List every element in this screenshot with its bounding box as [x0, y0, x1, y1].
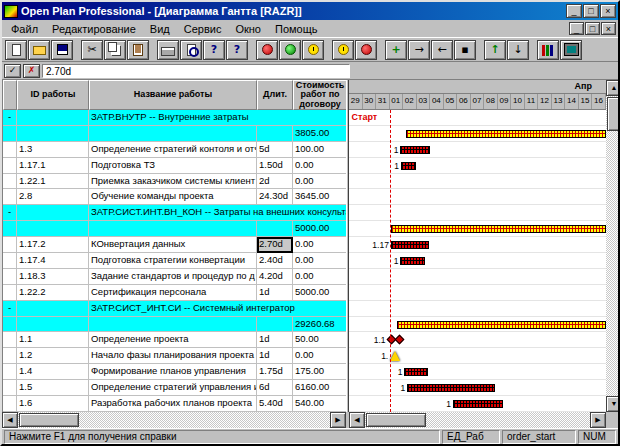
gantt-row[interactable]: [349, 110, 606, 126]
gantt-row[interactable]: [349, 205, 606, 221]
print-preview-button[interactable]: [180, 40, 202, 60]
mdi-close-button[interactable]: ×: [601, 22, 616, 35]
scroll-up-arrow[interactable]: ▲: [606, 80, 618, 96]
task-bar[interactable]: [400, 146, 430, 154]
task-bar[interactable]: [453, 400, 503, 408]
gantt-row[interactable]: 1.1: [349, 332, 606, 348]
move-down-button[interactable]: ↓: [507, 40, 529, 60]
task-row[interactable]: 1.6Разработка рабочих планов проекта5.40…: [3, 396, 346, 412]
gantt-row[interactable]: 1: [349, 142, 606, 158]
section-row[interactable]: -ЗАТР.СИСТ_ИНТ.СИ -- Системный интеграто…: [3, 301, 346, 317]
column-header-duration[interactable]: Длит.: [257, 80, 293, 110]
vertical-scroll-thumb[interactable]: [607, 97, 618, 131]
task-bar[interactable]: [391, 241, 429, 249]
gantt-row[interactable]: [349, 317, 606, 333]
menu-item-4[interactable]: Окно: [228, 22, 268, 36]
paste-button[interactable]: [127, 40, 149, 60]
task-row[interactable]: 1.17.2КОнвертация данных2.70d0.00: [3, 237, 346, 253]
schedule-button[interactable]: [332, 40, 354, 60]
task-bar[interactable]: [407, 384, 495, 392]
gantt-row[interactable]: [349, 221, 606, 237]
menu-item-3[interactable]: Сервис: [177, 22, 229, 36]
task-row[interactable]: 1.17.4Подготовка стратегии конвертации2.…: [3, 253, 346, 269]
table-scroll-track[interactable]: [80, 412, 330, 428]
gantt-row[interactable]: 1: [349, 253, 606, 269]
mdi-restore-button[interactable]: □: [585, 22, 600, 35]
gantt-row[interactable]: [349, 189, 606, 205]
column-header-name[interactable]: Название работы: [89, 80, 257, 110]
gantt-row[interactable]: 1: [349, 380, 606, 396]
gantt-horizontal-scrollbar[interactable]: ◀ ▶: [349, 412, 606, 428]
gantt-row[interactable]: 1.17: [349, 237, 606, 253]
maximize-button[interactable]: □: [583, 4, 599, 18]
gantt-row[interactable]: [349, 285, 606, 301]
menu-item-5[interactable]: Помощь: [268, 22, 325, 36]
expand-collapse-toggle[interactable]: -: [3, 110, 17, 126]
table-horizontal-scrollbar[interactable]: ◀ ▶: [2, 412, 346, 428]
expand-collapse-toggle[interactable]: -: [3, 301, 17, 317]
menu-item-2[interactable]: Вид: [143, 22, 177, 36]
new-button[interactable]: [5, 40, 27, 60]
cut-button[interactable]: ✂: [81, 40, 103, 60]
task-bar[interactable]: [401, 162, 416, 170]
unlink-activities-button[interactable]: ←: [431, 40, 453, 60]
total-row[interactable]: 29260.68: [3, 317, 346, 333]
section-row[interactable]: -ЗАТР.СИСТ.ИНТ.ВН_КОН -- Затраты на внеш…: [3, 205, 346, 221]
gantt-row[interactable]: [349, 269, 606, 285]
total-row[interactable]: 5000.00: [3, 221, 346, 237]
resource-analysis-button[interactable]: [279, 40, 301, 60]
table-scroll-right-arrow[interactable]: ▶: [330, 412, 346, 428]
histogram-view-button[interactable]: [560, 40, 582, 60]
column-header-expand[interactable]: [3, 80, 17, 110]
gantt-row[interactable]: 1.: [349, 348, 606, 364]
clock-button[interactable]: [302, 40, 324, 60]
table-scroll-left-arrow[interactable]: ◀: [2, 412, 18, 428]
gantt-body[interactable]: Старт 111.1711.11.111: [349, 110, 606, 412]
gantt-row[interactable]: [349, 126, 606, 142]
app-icon[interactable]: [4, 5, 18, 18]
outline-button[interactable]: ▪: [454, 40, 476, 60]
task-bar[interactable]: [404, 368, 428, 376]
menu-item-1[interactable]: Редактирование: [45, 22, 143, 36]
cost-button[interactable]: [355, 40, 377, 60]
gantt-row[interactable]: [349, 301, 606, 317]
gantt-scroll-thumb[interactable]: [366, 413, 426, 427]
gantt-row[interactable]: 1: [349, 396, 606, 412]
task-row[interactable]: 1.18.3Задание стандартов и процедур по д…: [3, 269, 346, 285]
gantt-scroll-left-arrow[interactable]: ◀: [349, 412, 365, 428]
about-button[interactable]: ?: [203, 40, 225, 60]
section-row[interactable]: -ЗАТР.ВНУТР -- Внутренние затраты: [3, 110, 346, 126]
task-row[interactable]: 1.4Формирование планов управления1.75d17…: [3, 364, 346, 380]
time-analysis-button[interactable]: [256, 40, 278, 60]
gantt-row[interactable]: 1: [349, 158, 606, 174]
expand-collapse-toggle[interactable]: -: [3, 205, 17, 221]
print-button[interactable]: [157, 40, 179, 60]
total-row[interactable]: 3805.00: [3, 126, 346, 142]
summary-bar[interactable]: [391, 225, 606, 233]
milestone-flag-icon[interactable]: [390, 351, 400, 361]
task-row[interactable]: 1.17.1Подготовка ТЗ1.50d0.00: [3, 158, 346, 174]
task-row[interactable]: 2.8Обучение команды проекта24.30d3645.00: [3, 189, 346, 205]
link-activities-button[interactable]: →: [408, 40, 430, 60]
gantt-view-button[interactable]: [537, 40, 559, 60]
task-row[interactable]: 1.22.1Приемка заказчиком системы клиент2…: [3, 174, 346, 190]
minimize-button[interactable]: _: [566, 4, 582, 18]
save-button[interactable]: [51, 40, 73, 60]
title-bar[interactable]: Open Plan Professional - [Диаграмма Гант…: [2, 2, 618, 20]
summary-bar[interactable]: [397, 321, 606, 329]
move-up-button[interactable]: ↑: [484, 40, 506, 60]
summary-bar[interactable]: [406, 130, 606, 138]
table-scroll-thumb[interactable]: [19, 413, 79, 427]
copy-button[interactable]: [104, 40, 126, 60]
add-activity-button[interactable]: +: [385, 40, 407, 60]
open-button[interactable]: [28, 40, 50, 60]
task-row[interactable]: 1.1Определение проекта1d50.00: [3, 332, 346, 348]
context-help-button[interactable]: ?: [226, 40, 248, 60]
gantt-scroll-right-arrow[interactable]: ▶: [590, 412, 606, 428]
menu-item-0[interactable]: Файл: [4, 22, 45, 36]
cell-edit-input[interactable]: 2.70d: [42, 64, 350, 78]
vertical-scroll-track[interactable]: [606, 132, 618, 396]
task-row[interactable]: 1.2Начало фазы планирования проекта1d0.0…: [3, 348, 346, 364]
mdi-minimize-button[interactable]: _: [569, 22, 584, 35]
scroll-down-arrow[interactable]: ▼: [606, 396, 618, 412]
